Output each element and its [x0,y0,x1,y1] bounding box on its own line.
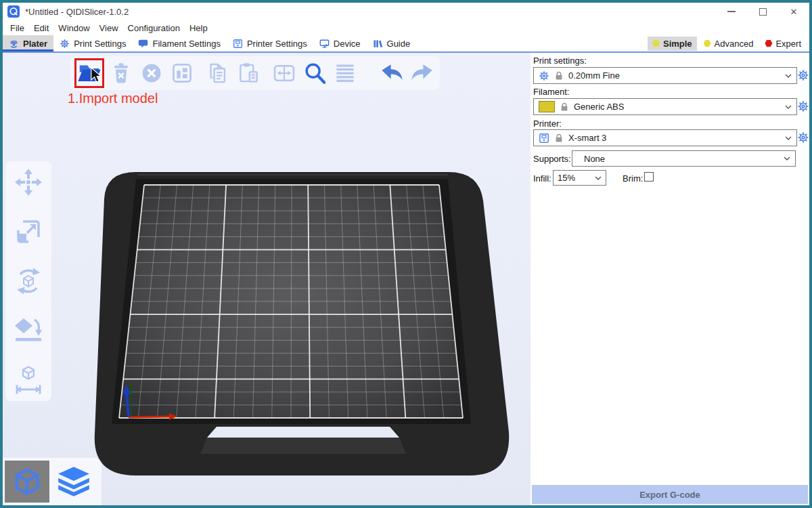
split-to-objects-button[interactable] [271,60,298,87]
3d-editor-view-button[interactable] [5,461,49,503]
print-settings-label: Print settings: [533,56,587,66]
delete-icon [109,61,133,85]
scale-tool-button[interactable] [14,217,43,247]
delete-all-icon [139,61,164,85]
arrange-icon [170,61,194,85]
menu-help[interactable]: Help [185,23,212,33]
tab-label: Plater [23,39,47,49]
device-icon [319,39,330,49]
filament-combo[interactable]: Generic ABS [533,98,797,115]
3d-view-cube-icon [12,467,42,496]
minimize-button[interactable] [716,3,747,20]
menu-file[interactable]: File [5,23,29,33]
printer-combo[interactable]: X-smart 3 [533,129,797,146]
copy-button[interactable] [204,60,231,87]
variable-layer-height-icon [333,61,357,85]
place-on-face-tool-button[interactable] [14,316,43,345]
search-button[interactable] [301,60,328,87]
tab-plater[interactable]: Plater [3,35,53,51]
split-to-objects-icon [272,61,296,85]
mode-switcher: Simple Advanced Expert [648,35,809,51]
guide-icon [373,39,383,49]
undo-icon [379,60,405,86]
variable-layer-height-button[interactable] [332,60,359,87]
3d-viewport[interactable]: 1.Import model [3,53,531,505]
gizmo-toolbar [5,161,51,401]
view-mode-toggles [3,458,102,505]
mode-label: Advanced [715,39,754,49]
mode-simple[interactable]: Simple [648,37,697,51]
tab-label: Printer Settings [247,39,307,49]
chevron-down-icon [784,156,790,161]
undo-button[interactable] [378,60,405,87]
mode-advanced[interactable]: Advanced [699,37,759,51]
chevron-down-icon [785,105,792,109]
filament-value: Generic ABS [574,102,624,112]
close-button[interactable]: ✕ [778,3,809,20]
close-icon: ✕ [790,7,798,17]
delete-all-button[interactable] [138,60,165,87]
printer-settings-icon [233,39,243,49]
redo-icon [409,60,435,86]
export-gcode-button[interactable]: Export G-code [532,485,808,504]
app-logo-icon [7,5,20,18]
menu-window[interactable]: Window [53,23,94,33]
print-bed [3,53,531,505]
tab-device[interactable]: Device [313,35,367,51]
tab-printer-settings[interactable]: Printer Settings [227,35,313,51]
measure-tool-button[interactable] [14,365,43,395]
tab-print-settings[interactable]: Print Settings [53,35,132,51]
print-settings-value: 0.20mm Fine [568,70,620,81]
delete-button[interactable] [108,60,135,87]
menu-configuration[interactable]: Configuration [123,23,185,33]
object-toolbar [70,56,440,90]
tab-guide[interactable]: Guide [367,35,417,51]
expert-mode-dot-icon [765,40,772,47]
advanced-mode-dot-icon [704,40,711,47]
settings-panel: Print settings: 0.20mm Fine Filament: Ge… [531,53,809,505]
maximize-button[interactable] [747,3,778,20]
tab-label: Print Settings [74,39,126,49]
menu-edit[interactable]: Edit [29,23,53,33]
simple-mode-dot-icon [652,40,660,47]
copy-icon [206,61,230,85]
gear-icon [797,69,809,81]
tab-label: Filament Settings [152,39,220,49]
infill-label: Infill: [533,173,551,184]
edit-filament-button[interactable] [797,100,809,112]
preview-view-button[interactable] [51,461,96,503]
brim-checkbox[interactable] [644,172,654,182]
tab-filament-settings[interactable]: Filament Settings [132,35,226,51]
maximize-icon [759,8,767,16]
redo-button[interactable] [409,60,436,87]
arrange-button[interactable] [168,60,196,87]
lock-icon [555,133,563,143]
menu-bar: File Edit Window View Configuration Help [3,20,809,35]
mode-label: Expert [775,39,801,49]
print-settings-combo[interactable]: 0.20mm Fine [533,67,797,84]
infill-value: 15% [558,173,575,183]
printer-icon [539,133,549,144]
paste-icon [236,61,261,85]
menu-view[interactable]: View [95,23,123,33]
filament-settings-icon [138,39,148,49]
edit-print-settings-button[interactable] [797,69,809,81]
infill-combo[interactable]: 15% [553,170,606,186]
mode-expert[interactable]: Expert [760,37,806,51]
filament-label: Filament: [533,87,569,97]
lock-icon [560,102,568,112]
rotate-icon [14,266,43,296]
supports-combo[interactable]: None [572,150,796,167]
measure-icon [14,365,43,395]
tab-label: Device [334,39,361,49]
rotate-tool-button[interactable] [14,266,43,296]
edit-printer-button[interactable] [797,131,809,144]
scale-icon [14,217,43,247]
tab-bar: Plater Print Settings Filament Settings … [3,35,809,53]
app-window: *Untitled - QIDISlicer-1.0.2 ✕ File Edit… [0,0,812,508]
search-icon [302,60,328,86]
move-tool-button[interactable] [14,167,43,197]
paste-button[interactable] [235,60,262,87]
move-icon [14,167,43,197]
place-on-face-icon [14,316,43,345]
